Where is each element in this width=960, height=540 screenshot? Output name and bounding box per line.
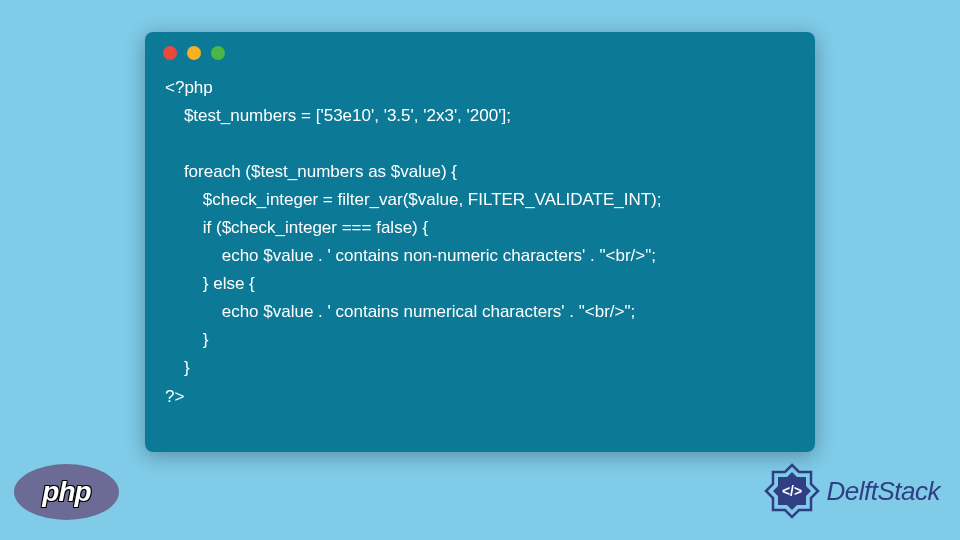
code-line-10: }	[165, 330, 208, 349]
window-maximize-dot	[211, 46, 225, 60]
code-line-5: $check_integer = filter_var($value, FILT…	[165, 190, 662, 209]
code-line-11: }	[165, 358, 190, 377]
code-line-4: foreach ($test_numbers as $value) {	[165, 162, 457, 181]
delftstack-icon: </>	[763, 462, 821, 520]
php-logo-text: php	[42, 476, 90, 508]
code-line-6: if ($check_integer === false) {	[165, 218, 428, 237]
window-controls	[145, 32, 815, 70]
php-logo: php	[14, 464, 119, 520]
code-line-9: echo $value . ' contains numerical chara…	[165, 302, 635, 321]
code-line-8: } else {	[165, 274, 255, 293]
code-line-12: ?>	[165, 387, 184, 406]
code-line-7: echo $value . ' contains non-numeric cha…	[165, 246, 656, 265]
code-body: <?php $test_numbers = ['53e10', '3.5', '…	[145, 70, 815, 431]
delftstack-logo: </> DelftStack	[763, 462, 941, 520]
svg-text:</>: </>	[781, 483, 801, 499]
code-line-1: <?php	[165, 78, 213, 97]
window-close-dot	[163, 46, 177, 60]
code-line-2: $test_numbers = ['53e10', '3.5', '2x3', …	[165, 106, 511, 125]
code-window: <?php $test_numbers = ['53e10', '3.5', '…	[145, 32, 815, 452]
window-minimize-dot	[187, 46, 201, 60]
delftstack-text: DelftStack	[827, 476, 941, 507]
